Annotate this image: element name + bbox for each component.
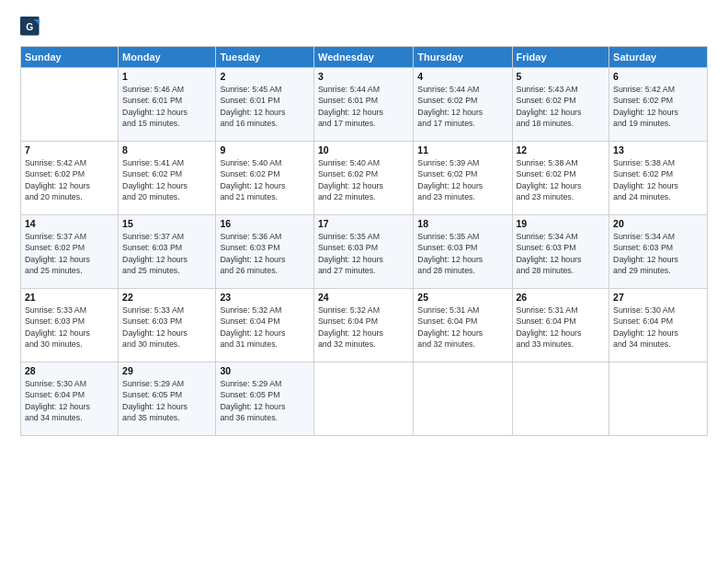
- day-info: Sunrise: 5:42 AMSunset: 6:02 PMDaylight:…: [25, 157, 114, 202]
- day-cell: 29Sunrise: 5:29 AMSunset: 6:05 PMDayligh…: [119, 362, 216, 436]
- day-info: Sunrise: 5:37 AMSunset: 6:02 PMDaylight:…: [25, 231, 114, 276]
- day-cell: [512, 362, 609, 436]
- day-number: 21: [25, 292, 114, 303]
- day-info: Sunrise: 5:43 AMSunset: 6:02 PMDaylight:…: [517, 84, 606, 129]
- day-cell: 24Sunrise: 5:32 AMSunset: 6:04 PMDayligh…: [313, 289, 413, 362]
- day-cell: 17Sunrise: 5:35 AMSunset: 6:03 PMDayligh…: [313, 215, 413, 289]
- day-info: Sunrise: 5:36 AMSunset: 6:03 PMDaylight:…: [220, 231, 310, 276]
- logo: G: [20, 17, 44, 37]
- day-cell: 23Sunrise: 5:32 AMSunset: 6:04 PMDayligh…: [216, 289, 314, 362]
- day-info: Sunrise: 5:38 AMSunset: 6:02 PMDaylight:…: [517, 157, 606, 202]
- day-cell: 30Sunrise: 5:29 AMSunset: 6:05 PMDayligh…: [216, 362, 314, 436]
- day-info: Sunrise: 5:42 AMSunset: 6:02 PMDaylight:…: [613, 84, 703, 129]
- day-info: Sunrise: 5:44 AMSunset: 6:02 PMDaylight:…: [417, 84, 507, 129]
- day-number: 19: [517, 218, 606, 229]
- day-number: 11: [417, 144, 507, 155]
- day-cell: 20Sunrise: 5:34 AMSunset: 6:03 PMDayligh…: [609, 215, 708, 289]
- day-cell: 1Sunrise: 5:46 AMSunset: 6:01 PMDaylight…: [119, 68, 216, 142]
- day-cell: 16Sunrise: 5:36 AMSunset: 6:03 PMDayligh…: [216, 215, 314, 289]
- week-row-3: 14Sunrise: 5:37 AMSunset: 6:02 PMDayligh…: [21, 215, 708, 289]
- col-header-tuesday: Tuesday: [216, 47, 314, 68]
- week-row-5: 28Sunrise: 5:30 AMSunset: 6:04 PMDayligh…: [21, 362, 708, 436]
- day-number: 24: [318, 292, 409, 303]
- day-info: Sunrise: 5:38 AMSunset: 6:02 PMDaylight:…: [613, 157, 703, 202]
- day-number: 12: [517, 144, 606, 155]
- day-cell: 11Sunrise: 5:39 AMSunset: 6:02 PMDayligh…: [414, 142, 512, 215]
- day-info: Sunrise: 5:33 AMSunset: 6:03 PMDaylight:…: [122, 304, 211, 350]
- svg-text:G: G: [26, 22, 33, 32]
- day-cell: 18Sunrise: 5:35 AMSunset: 6:03 PMDayligh…: [414, 215, 512, 289]
- day-number: 20: [613, 218, 703, 229]
- day-info: Sunrise: 5:35 AMSunset: 6:03 PMDaylight:…: [417, 231, 507, 276]
- day-cell: 12Sunrise: 5:38 AMSunset: 6:02 PMDayligh…: [512, 142, 609, 215]
- week-row-2: 7Sunrise: 5:42 AMSunset: 6:02 PMDaylight…: [21, 142, 708, 215]
- day-info: Sunrise: 5:30 AMSunset: 6:04 PMDaylight:…: [613, 304, 703, 350]
- day-info: Sunrise: 5:29 AMSunset: 6:05 PMDaylight:…: [122, 378, 211, 423]
- day-number: 27: [613, 292, 703, 303]
- col-header-saturday: Saturday: [609, 47, 708, 68]
- day-number: 29: [122, 365, 211, 376]
- header: G: [20, 17, 708, 37]
- day-info: Sunrise: 5:30 AMSunset: 6:04 PMDaylight:…: [25, 378, 114, 423]
- col-header-friday: Friday: [512, 47, 609, 68]
- day-cell: 7Sunrise: 5:42 AMSunset: 6:02 PMDaylight…: [21, 142, 119, 215]
- day-info: Sunrise: 5:46 AMSunset: 6:01 PMDaylight:…: [122, 84, 211, 129]
- day-info: Sunrise: 5:41 AMSunset: 6:02 PMDaylight:…: [122, 157, 211, 202]
- day-number: 17: [318, 218, 409, 229]
- day-number: 1: [122, 71, 211, 82]
- day-cell: 8Sunrise: 5:41 AMSunset: 6:02 PMDaylight…: [119, 142, 216, 215]
- day-number: 25: [417, 292, 507, 303]
- day-number: 7: [25, 144, 114, 155]
- day-cell: 13Sunrise: 5:38 AMSunset: 6:02 PMDayligh…: [609, 142, 708, 215]
- day-number: 4: [417, 71, 507, 82]
- day-info: Sunrise: 5:32 AMSunset: 6:04 PMDaylight:…: [220, 304, 310, 350]
- day-cell: 26Sunrise: 5:31 AMSunset: 6:04 PMDayligh…: [512, 289, 609, 362]
- day-number: 23: [220, 292, 310, 303]
- day-info: Sunrise: 5:32 AMSunset: 6:04 PMDaylight:…: [318, 304, 409, 350]
- day-cell: 21Sunrise: 5:33 AMSunset: 6:03 PMDayligh…: [21, 289, 119, 362]
- day-number: 18: [417, 218, 507, 229]
- day-info: Sunrise: 5:34 AMSunset: 6:03 PMDaylight:…: [517, 231, 606, 276]
- calendar-header-row: SundayMondayTuesdayWednesdayThursdayFrid…: [21, 47, 708, 68]
- day-info: Sunrise: 5:44 AMSunset: 6:01 PMDaylight:…: [318, 84, 409, 129]
- day-cell: 28Sunrise: 5:30 AMSunset: 6:04 PMDayligh…: [21, 362, 119, 436]
- day-cell: 22Sunrise: 5:33 AMSunset: 6:03 PMDayligh…: [119, 289, 216, 362]
- day-info: Sunrise: 5:45 AMSunset: 6:01 PMDaylight:…: [220, 84, 310, 129]
- day-number: 22: [122, 292, 211, 303]
- day-info: Sunrise: 5:33 AMSunset: 6:03 PMDaylight:…: [25, 304, 114, 350]
- day-cell: 6Sunrise: 5:42 AMSunset: 6:02 PMDaylight…: [609, 68, 708, 142]
- week-row-4: 21Sunrise: 5:33 AMSunset: 6:03 PMDayligh…: [21, 289, 708, 362]
- day-info: Sunrise: 5:40 AMSunset: 6:02 PMDaylight:…: [220, 157, 310, 202]
- day-cell: [414, 362, 512, 436]
- day-number: 16: [220, 218, 310, 229]
- col-header-monday: Monday: [119, 47, 216, 68]
- day-info: Sunrise: 5:31 AMSunset: 6:04 PMDaylight:…: [417, 304, 507, 350]
- day-info: Sunrise: 5:39 AMSunset: 6:02 PMDaylight:…: [417, 157, 507, 202]
- day-number: 30: [220, 365, 310, 376]
- day-number: 13: [613, 144, 703, 155]
- day-cell: 14Sunrise: 5:37 AMSunset: 6:02 PMDayligh…: [21, 215, 119, 289]
- day-number: 15: [122, 218, 211, 229]
- calendar-table: SundayMondayTuesdayWednesdayThursdayFrid…: [20, 46, 708, 436]
- page: G SundayMondayTuesdayWednesdayThursdayFr…: [0, 0, 728, 563]
- day-number: 28: [25, 365, 114, 376]
- week-row-1: 1Sunrise: 5:46 AMSunset: 6:01 PMDaylight…: [21, 68, 708, 142]
- day-cell: [609, 362, 708, 436]
- day-number: 14: [25, 218, 114, 229]
- col-header-wednesday: Wednesday: [313, 47, 413, 68]
- day-cell: 9Sunrise: 5:40 AMSunset: 6:02 PMDaylight…: [216, 142, 314, 215]
- day-number: 6: [613, 71, 703, 82]
- col-header-thursday: Thursday: [414, 47, 512, 68]
- day-cell: 3Sunrise: 5:44 AMSunset: 6:01 PMDaylight…: [313, 68, 413, 142]
- day-cell: 4Sunrise: 5:44 AMSunset: 6:02 PMDaylight…: [414, 68, 512, 142]
- day-cell: 2Sunrise: 5:45 AMSunset: 6:01 PMDaylight…: [216, 68, 314, 142]
- day-number: 5: [517, 71, 606, 82]
- day-info: Sunrise: 5:37 AMSunset: 6:03 PMDaylight:…: [122, 231, 211, 276]
- day-info: Sunrise: 5:34 AMSunset: 6:03 PMDaylight:…: [613, 231, 703, 276]
- day-info: Sunrise: 5:35 AMSunset: 6:03 PMDaylight:…: [318, 231, 409, 276]
- day-info: Sunrise: 5:40 AMSunset: 6:02 PMDaylight:…: [318, 157, 409, 202]
- day-number: 10: [318, 144, 409, 155]
- day-number: 8: [122, 144, 211, 155]
- day-number: 26: [517, 292, 606, 303]
- day-cell: 25Sunrise: 5:31 AMSunset: 6:04 PMDayligh…: [414, 289, 512, 362]
